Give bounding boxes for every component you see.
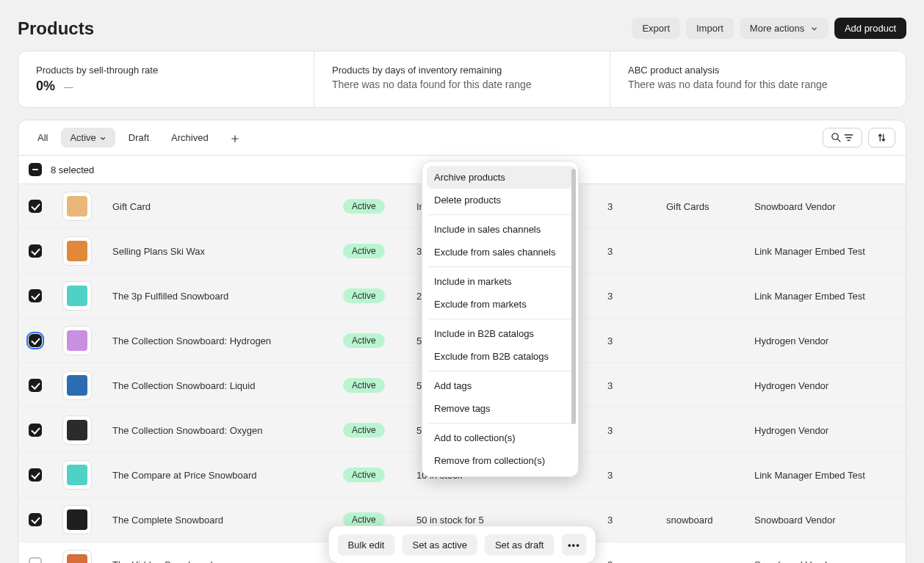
product-name[interactable]: Gift Card <box>102 184 333 229</box>
product-name[interactable]: The Collection Snowboard: Oxygen <box>102 408 333 453</box>
popover-separator <box>428 214 574 215</box>
popover-separator <box>428 371 574 371</box>
table-tabs: AllActiveDraftArchived <box>29 128 242 148</box>
vendor-cell: Hydrogen Vendor <box>744 408 906 453</box>
product-thumbnail <box>62 236 92 266</box>
channels-cell: 3 <box>597 184 656 229</box>
status-badge: Active <box>343 333 385 348</box>
analytics-card-2[interactable]: ABC product analysis There was no data f… <box>610 51 906 107</box>
channels-cell: 3 <box>597 274 656 319</box>
row-checkbox[interactable] <box>29 513 42 526</box>
popover-item[interactable]: Include in sales channels <box>427 218 575 241</box>
category-cell <box>656 542 744 564</box>
chevron-down-icon <box>99 132 107 143</box>
popover-item[interactable]: Remove tags <box>427 397 575 420</box>
row-checkbox[interactable] <box>29 244 42 258</box>
analytics-subtext: There was no data found for this date ra… <box>332 79 592 90</box>
vendor-cell: Link Manager Embed Test <box>744 229 906 274</box>
popover-separator <box>428 266 574 267</box>
svg-line-3 <box>837 139 840 141</box>
analytics-dash: — <box>64 81 73 92</box>
product-name[interactable]: The Hidden Snowboard <box>102 542 333 564</box>
popover-item[interactable]: Exclude from markets <box>427 293 575 316</box>
popover-item[interactable]: Archive products <box>427 166 575 189</box>
popover-item[interactable]: Remove from collection(s) <box>427 449 575 472</box>
search-filter-button[interactable] <box>823 128 862 148</box>
tabs-row: AllActiveDraftArchived <box>18 120 906 156</box>
bulk-edit-button[interactable]: Bulk edit <box>338 534 395 556</box>
popover-item[interactable]: Delete products <box>427 189 575 211</box>
popover-item[interactable]: Add tags <box>427 374 575 397</box>
vendor-cell: Hydrogen Vendor <box>744 363 906 408</box>
channels-cell: 3 <box>597 363 656 408</box>
product-thumbnail <box>62 326 92 355</box>
category-cell: Gift Cards <box>656 184 744 229</box>
product-thumbnail <box>62 371 92 400</box>
product-name[interactable]: The 3p Fulfilled Snowboard <box>102 274 333 319</box>
analytics-card-0[interactable]: Products by sell-through rate 0% — <box>18 51 314 107</box>
category-cell <box>656 319 744 363</box>
analytics-row: Products by sell-through rate 0% — Produ… <box>18 51 906 108</box>
row-checkbox[interactable] <box>29 200 42 213</box>
search-icon <box>831 132 842 143</box>
product-name[interactable]: The Complete Snowboard <box>102 498 333 542</box>
channels-cell: 3 <box>597 408 656 453</box>
channels-cell: 3 <box>597 498 656 542</box>
add-product-button[interactable]: Add product <box>834 18 906 39</box>
product-name[interactable]: Selling Plans Ski Wax <box>102 229 333 274</box>
product-name[interactable]: The Collection Snowboard: Liquid <box>102 363 333 408</box>
export-button[interactable]: Export <box>632 18 680 39</box>
row-checkbox[interactable] <box>29 557 42 564</box>
row-checkbox[interactable] <box>29 289 42 302</box>
row-checkbox[interactable] <box>29 334 42 347</box>
add-tab-button[interactable] <box>222 128 242 148</box>
product-thumbnail <box>62 460 92 490</box>
dots-icon: ••• <box>568 540 580 551</box>
row-checkbox[interactable] <box>29 379 42 392</box>
set-active-button[interactable]: Set as active <box>402 534 477 556</box>
status-badge: Active <box>343 199 385 214</box>
import-button[interactable]: Import <box>686 18 734 39</box>
bulk-actions-popover: Archive productsDelete productsInclude i… <box>422 161 579 477</box>
popover-item[interactable]: Exclude from sales channels <box>427 241 575 264</box>
page-title: Products <box>18 18 94 39</box>
set-draft-button[interactable]: Set as draft <box>485 534 554 556</box>
sort-button[interactable] <box>868 128 895 148</box>
product-thumbnail <box>62 415 92 445</box>
popover-item[interactable]: Include in markets <box>427 270 575 293</box>
popover-separator <box>428 319 574 319</box>
category-cell <box>656 408 744 453</box>
popover-item[interactable]: Add to collection(s) <box>427 426 575 449</box>
product-name[interactable]: The Compare at Price Snowboard <box>102 453 333 498</box>
tab-draft[interactable]: Draft <box>120 128 158 148</box>
popover-separator <box>428 423 574 424</box>
vendor-cell: Link Manager Embed Test <box>744 453 906 498</box>
vendor-cell: Snowboard Vendor <box>744 542 906 564</box>
analytics-card-1[interactable]: Products by days of inventory remaining … <box>314 51 610 107</box>
more-actions-label: More actions <box>750 23 804 34</box>
vendor-cell: Snowboard Vendor <box>744 184 906 229</box>
analytics-title: Products by sell-through rate <box>36 65 296 76</box>
channels-cell: 3 <box>597 542 656 564</box>
category-cell <box>656 453 744 498</box>
row-checkbox[interactable] <box>29 424 42 437</box>
product-name[interactable]: The Collection Snowboard: Hydrogen <box>102 319 333 363</box>
floating-bulk-bar: Bulk edit Set as active Set as draft ••• <box>328 526 596 563</box>
popover-item[interactable]: Exclude from B2B catalogs <box>427 345 575 368</box>
category-cell <box>656 363 744 408</box>
analytics-title: ABC product analysis <box>628 65 888 76</box>
tab-archived[interactable]: Archived <box>162 128 217 148</box>
product-thumbnail <box>62 550 92 563</box>
more-actions-button[interactable]: More actions <box>740 18 829 39</box>
more-bulk-actions-button[interactable]: ••• <box>561 534 586 556</box>
popover-scrollbar[interactable] <box>571 169 576 469</box>
tab-active[interactable]: Active <box>61 128 115 148</box>
select-all-checkbox[interactable] <box>29 163 42 176</box>
row-checkbox[interactable] <box>29 468 42 482</box>
analytics-value: 0% <box>36 79 55 94</box>
popover-item[interactable]: Include in B2B catalogs <box>427 322 575 345</box>
vendor-cell: Hydrogen Vendor <box>744 319 906 363</box>
tab-all[interactable]: All <box>29 128 57 148</box>
sort-icon <box>876 132 887 143</box>
product-thumbnail <box>62 505 92 534</box>
